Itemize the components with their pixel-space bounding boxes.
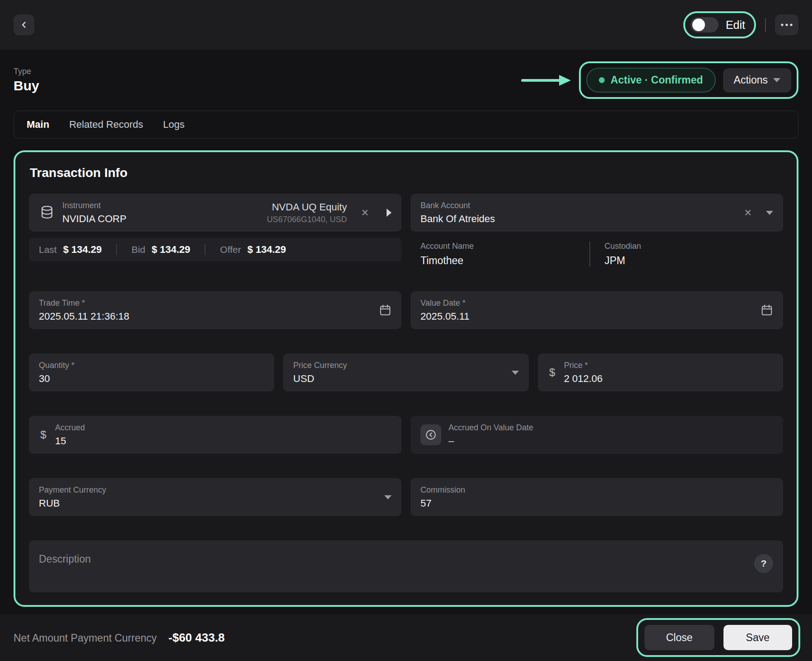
accrued-on-value-date-body: Accrued On Value Date – [448, 423, 773, 447]
main-content: Type Buy Active · Confirmed Actions [0, 50, 812, 614]
save-button[interactable]: Save [723, 625, 792, 650]
field-label: Commission [420, 485, 773, 495]
dollar-icon: $ [548, 366, 557, 379]
question-icon: ? [761, 558, 767, 569]
toggle-switch-icon [691, 17, 719, 33]
field-value: Timothee [420, 255, 589, 267]
bank-account-field[interactable]: Bank Account Bank Of Atreides × [411, 194, 783, 232]
status-text: Active · Confirmed [611, 74, 703, 86]
description-input[interactable]: Description ? [29, 540, 783, 592]
quantity-body: Quantity * 30 [39, 361, 264, 385]
chevron-down-icon [384, 495, 392, 499]
rotate-left-icon [420, 424, 441, 445]
type-label: Type [14, 67, 39, 76]
back-button[interactable] [14, 14, 34, 35]
payment-currency-field[interactable]: Payment Currency RUB [29, 478, 401, 516]
field-label: Accrued On Value Date [448, 423, 773, 433]
type-row: Type Buy Active · Confirmed Actions [14, 50, 798, 99]
annotation-arrow-icon [521, 74, 572, 87]
row-dates: Trade Time * 2025.05.11 21:36:18 Value D… [29, 291, 783, 329]
field-label: Payment Currency [39, 485, 377, 495]
field-label: Accrued [55, 423, 392, 433]
price-body: Price * 2 012.06 [564, 361, 773, 385]
clear-bank-account-button[interactable]: × [743, 207, 752, 219]
type-value: Buy [14, 78, 39, 93]
clear-instrument-button[interactable]: × [360, 207, 369, 219]
field-value: 30 [39, 373, 264, 385]
edit-toggle-label: Edit [726, 19, 745, 32]
field-value: JPM [605, 255, 774, 267]
field-value: RUB [39, 498, 377, 509]
quote-label: Bid [131, 244, 145, 255]
instrument-body: Instrument NVIDIA CORP [62, 201, 260, 225]
net-amount-value: -$60 433.8 [168, 631, 224, 645]
quote-offer: Offer $ 134.29 [220, 244, 286, 256]
field-value: 2025.05.11 21:36:18 [39, 311, 372, 322]
quote-label: Last [39, 244, 57, 255]
field-label: Custodian [605, 242, 774, 251]
trade-time-field[interactable]: Trade Time * 2025.05.11 21:36:18 [29, 291, 401, 329]
toggle-knob [692, 19, 705, 31]
quote-value: $ 134.29 [152, 244, 191, 256]
chevron-down-icon [773, 78, 780, 82]
more-options-button[interactable] [775, 14, 798, 35]
price-field[interactable]: $ Price * 2 012.06 [538, 354, 783, 391]
tab-logs[interactable]: Logs [163, 119, 185, 130]
annotation-edit-highlight: Edit [683, 11, 756, 38]
row-instrument-bank: Instrument NVIDIA CORP NVDA UQ Equity US… [29, 194, 783, 267]
payment-currency-body: Payment Currency RUB [39, 485, 377, 509]
field-value: 15 [55, 435, 392, 447]
net-amount-block: Net Amount Payment Currency -$60 433.8 [14, 631, 224, 645]
price-currency-body: Price Currency USD [293, 361, 504, 385]
net-amount-label: Net Amount Payment Currency [14, 632, 157, 644]
field-value: Bank Of Atreides [420, 213, 736, 225]
quote-bid: Bid $ 134.29 [131, 244, 190, 256]
accrued-field[interactable]: $ Accrued 15 [29, 416, 401, 454]
transaction-info-panel: Transaction Info Instrument NVIDIA CORP … [14, 150, 798, 607]
instrument-isin: US67066G1040, USD [267, 215, 347, 224]
chevron-right-icon[interactable] [387, 209, 392, 217]
actions-button[interactable]: Actions [723, 68, 791, 93]
field-label: Bank Account [420, 201, 736, 210]
instrument-field[interactable]: Instrument NVIDIA CORP NVDA UQ Equity US… [29, 194, 401, 232]
field-label: Value Date * [420, 298, 753, 308]
tab-related-records[interactable]: Related Records [69, 119, 143, 130]
chevron-left-icon [20, 21, 28, 29]
quote-divider [116, 244, 117, 255]
quote-value: $ 134.29 [63, 244, 102, 256]
trade-time-body: Trade Time * 2025.05.11 21:36:18 [39, 298, 372, 322]
account-info: Account Name Timothee Custodian JPM [411, 237, 783, 267]
field-label: Price * [564, 361, 773, 370]
accrued-on-value-date-field[interactable]: Accrued On Value Date – [411, 416, 783, 454]
instrument-column: Instrument NVIDIA CORP NVDA UQ Equity US… [29, 194, 401, 267]
quote-divider [205, 244, 205, 255]
help-button[interactable]: ? [754, 554, 773, 573]
price-currency-field[interactable]: Price Currency USD [283, 354, 528, 391]
accrued-body: Accrued 15 [55, 423, 392, 447]
quote-last: Last $ 134.29 [39, 244, 102, 256]
edit-toggle[interactable]: Edit [691, 17, 745, 33]
tab-main[interactable]: Main [27, 119, 49, 130]
topbar-actions: Edit [683, 11, 798, 38]
custodian-block: Custodian JPM [589, 242, 774, 267]
type-block: Type Buy [14, 67, 39, 93]
field-value: – [448, 435, 773, 447]
field-value: 57 [420, 498, 773, 509]
value-date-field[interactable]: Value Date * 2025.05.11 [411, 291, 783, 329]
field-label: Price Currency [293, 361, 504, 370]
field-label: Trade Time * [39, 298, 372, 308]
account-name-block: Account Name Timothee [420, 242, 589, 267]
annotation-footer-highlight: Close Save [636, 618, 800, 657]
close-button[interactable]: Close [644, 625, 714, 650]
field-label: Quantity * [39, 361, 264, 370]
field-label: Instrument [62, 201, 260, 210]
quote-bar: Last $ 134.29 Bid $ 134.29 Offer $ 134.2… [29, 238, 401, 261]
calendar-icon[interactable] [761, 304, 773, 317]
field-value: 2 012.06 [564, 373, 773, 385]
field-label: Account Name [420, 242, 589, 251]
commission-field[interactable]: Commission 57 [411, 478, 783, 516]
chevron-down-icon [512, 371, 519, 375]
instrument-ticker: NVDA UQ Equity [267, 201, 347, 213]
quantity-field[interactable]: Quantity * 30 [29, 354, 274, 391]
calendar-icon[interactable] [379, 304, 392, 317]
